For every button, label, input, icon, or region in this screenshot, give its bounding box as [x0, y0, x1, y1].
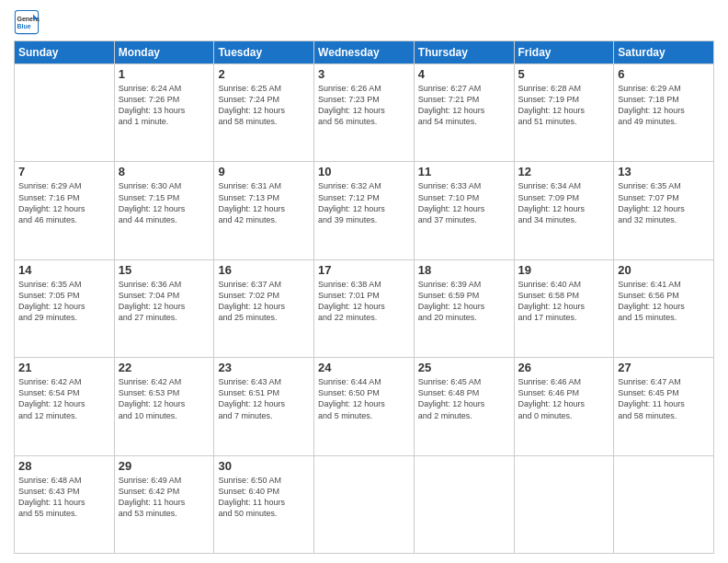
calendar-cell: 15Sunrise: 6:36 AMSunset: 7:04 PMDayligh… [114, 259, 214, 357]
day-info: Sunrise: 6:33 AMSunset: 7:10 PMDaylight:… [418, 180, 510, 225]
day-number: 21 [18, 361, 110, 374]
calendar-week-3: 14Sunrise: 6:35 AMSunset: 7:05 PMDayligh… [15, 259, 714, 357]
day-info: Sunrise: 6:47 AMSunset: 6:45 PMDaylight:… [618, 376, 710, 421]
calendar-header-monday: Monday [114, 41, 214, 64]
calendar-table: SundayMondayTuesdayWednesdayThursdayFrid… [14, 40, 714, 554]
header: General Blue [14, 9, 714, 35]
day-number: 6 [618, 67, 710, 81]
calendar-week-1: 1Sunrise: 6:24 AMSunset: 7:26 PMDaylight… [15, 64, 714, 162]
calendar-cell: 27Sunrise: 6:47 AMSunset: 6:45 PMDayligh… [614, 358, 714, 455]
calendar-cell: 11Sunrise: 6:33 AMSunset: 7:10 PMDayligh… [414, 162, 514, 259]
day-number: 5 [518, 67, 610, 81]
day-info: Sunrise: 6:26 AMSunset: 7:23 PMDaylight:… [318, 83, 410, 128]
calendar-week-2: 7Sunrise: 6:29 AMSunset: 7:16 PMDaylight… [15, 162, 714, 259]
day-info: Sunrise: 6:45 AMSunset: 6:48 PMDaylight:… [418, 376, 510, 421]
day-number: 8 [119, 165, 210, 178]
day-info: Sunrise: 6:49 AMSunset: 6:42 PMDaylight:… [119, 475, 210, 520]
day-number: 9 [218, 165, 310, 178]
day-number: 23 [218, 361, 310, 374]
day-info: Sunrise: 6:42 AMSunset: 6:53 PMDaylight:… [119, 376, 210, 421]
day-number: 30 [218, 459, 310, 473]
day-info: Sunrise: 6:48 AMSunset: 6:43 PMDaylight:… [18, 475, 110, 520]
day-number: 4 [418, 67, 510, 81]
day-info: Sunrise: 6:46 AMSunset: 6:46 PMDaylight:… [518, 376, 610, 421]
day-number: 22 [119, 361, 210, 374]
calendar-cell: 4Sunrise: 6:27 AMSunset: 7:21 PMDaylight… [414, 64, 514, 162]
calendar-cell: 17Sunrise: 6:38 AMSunset: 7:01 PMDayligh… [314, 259, 415, 357]
calendar-cell [314, 455, 415, 553]
day-number: 26 [518, 361, 610, 374]
calendar-cell: 8Sunrise: 6:30 AMSunset: 7:15 PMDaylight… [114, 162, 214, 259]
day-number: 1 [119, 67, 210, 81]
calendar-cell: 7Sunrise: 6:29 AMSunset: 7:16 PMDaylight… [15, 162, 115, 259]
calendar-header-saturday: Saturday [614, 41, 714, 64]
day-info: Sunrise: 6:38 AMSunset: 7:01 PMDaylight:… [318, 279, 410, 324]
calendar-cell [614, 455, 714, 553]
calendar-cell: 28Sunrise: 6:48 AMSunset: 6:43 PMDayligh… [15, 455, 115, 553]
day-number: 19 [518, 263, 610, 277]
calendar-cell: 1Sunrise: 6:24 AMSunset: 7:26 PMDaylight… [114, 64, 214, 162]
calendar-cell: 3Sunrise: 6:26 AMSunset: 7:23 PMDaylight… [314, 64, 415, 162]
calendar-cell: 13Sunrise: 6:35 AMSunset: 7:07 PMDayligh… [614, 162, 714, 259]
calendar-cell: 25Sunrise: 6:45 AMSunset: 6:48 PMDayligh… [414, 358, 514, 455]
day-info: Sunrise: 6:37 AMSunset: 7:02 PMDaylight:… [218, 279, 310, 324]
day-number: 28 [18, 459, 110, 473]
day-number: 20 [618, 263, 710, 277]
day-info: Sunrise: 6:29 AMSunset: 7:18 PMDaylight:… [618, 83, 710, 128]
calendar-cell: 22Sunrise: 6:42 AMSunset: 6:53 PMDayligh… [114, 358, 214, 455]
day-number: 25 [418, 361, 510, 374]
day-info: Sunrise: 6:34 AMSunset: 7:09 PMDaylight:… [518, 180, 610, 225]
day-number: 12 [518, 165, 610, 178]
day-number: 13 [618, 165, 710, 178]
calendar-header-tuesday: Tuesday [214, 41, 314, 64]
day-info: Sunrise: 6:35 AMSunset: 7:07 PMDaylight:… [618, 180, 710, 225]
calendar-cell: 21Sunrise: 6:42 AMSunset: 6:54 PMDayligh… [15, 358, 115, 455]
svg-text:Blue: Blue [17, 23, 31, 29]
calendar-cell: 18Sunrise: 6:39 AMSunset: 6:59 PMDayligh… [414, 259, 514, 357]
day-info: Sunrise: 6:25 AMSunset: 7:24 PMDaylight:… [218, 83, 310, 128]
day-number: 17 [318, 263, 410, 277]
calendar-cell: 26Sunrise: 6:46 AMSunset: 6:46 PMDayligh… [514, 358, 614, 455]
svg-rect-0 [15, 10, 38, 33]
day-info: Sunrise: 6:39 AMSunset: 6:59 PMDaylight:… [418, 279, 510, 324]
calendar-cell [15, 64, 115, 162]
calendar-cell: 19Sunrise: 6:40 AMSunset: 6:58 PMDayligh… [514, 259, 614, 357]
page: General Blue SundayMondayTuesdayWednesda… [0, 0, 728, 563]
calendar-cell [514, 455, 614, 553]
calendar-header-sunday: Sunday [15, 41, 115, 64]
day-info: Sunrise: 6:29 AMSunset: 7:16 PMDaylight:… [18, 180, 110, 225]
day-info: Sunrise: 6:30 AMSunset: 7:15 PMDaylight:… [119, 180, 210, 225]
calendar-cell: 9Sunrise: 6:31 AMSunset: 7:13 PMDaylight… [214, 162, 314, 259]
day-info: Sunrise: 6:36 AMSunset: 7:04 PMDaylight:… [119, 279, 210, 324]
day-number: 16 [218, 263, 310, 277]
logo: General Blue [14, 9, 43, 35]
day-info: Sunrise: 6:27 AMSunset: 7:21 PMDaylight:… [418, 83, 510, 128]
day-number: 15 [119, 263, 210, 277]
calendar-header-wednesday: Wednesday [314, 41, 415, 64]
calendar-cell: 12Sunrise: 6:34 AMSunset: 7:09 PMDayligh… [514, 162, 614, 259]
calendar-header-row: SundayMondayTuesdayWednesdayThursdayFrid… [15, 41, 714, 64]
day-info: Sunrise: 6:32 AMSunset: 7:12 PMDaylight:… [318, 180, 410, 225]
day-info: Sunrise: 6:28 AMSunset: 7:19 PMDaylight:… [518, 83, 610, 128]
calendar-cell: 5Sunrise: 6:28 AMSunset: 7:19 PMDaylight… [514, 64, 614, 162]
calendar-cell [414, 455, 514, 553]
calendar-cell: 16Sunrise: 6:37 AMSunset: 7:02 PMDayligh… [214, 259, 314, 357]
day-info: Sunrise: 6:24 AMSunset: 7:26 PMDaylight:… [119, 83, 210, 128]
calendar-cell: 14Sunrise: 6:35 AMSunset: 7:05 PMDayligh… [15, 259, 115, 357]
calendar-header-friday: Friday [514, 41, 614, 64]
calendar-header-thursday: Thursday [414, 41, 514, 64]
day-info: Sunrise: 6:31 AMSunset: 7:13 PMDaylight:… [218, 180, 310, 225]
day-info: Sunrise: 6:44 AMSunset: 6:50 PMDaylight:… [318, 376, 410, 421]
day-number: 29 [119, 459, 210, 473]
day-number: 18 [418, 263, 510, 277]
calendar-cell: 20Sunrise: 6:41 AMSunset: 6:56 PMDayligh… [614, 259, 714, 357]
calendar-cell: 29Sunrise: 6:49 AMSunset: 6:42 PMDayligh… [114, 455, 214, 553]
day-info: Sunrise: 6:35 AMSunset: 7:05 PMDaylight:… [18, 279, 110, 324]
day-info: Sunrise: 6:41 AMSunset: 6:56 PMDaylight:… [618, 279, 710, 324]
calendar-cell: 30Sunrise: 6:50 AMSunset: 6:40 PMDayligh… [214, 455, 314, 553]
day-info: Sunrise: 6:50 AMSunset: 6:40 PMDaylight:… [218, 475, 310, 520]
calendar-week-4: 21Sunrise: 6:42 AMSunset: 6:54 PMDayligh… [15, 358, 714, 455]
calendar-week-5: 28Sunrise: 6:48 AMSunset: 6:43 PMDayligh… [15, 455, 714, 553]
day-number: 7 [18, 165, 110, 178]
logo-icon: General Blue [14, 9, 40, 35]
